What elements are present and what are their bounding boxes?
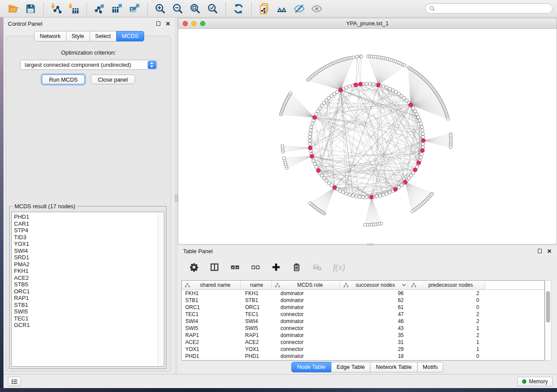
network-node[interactable] <box>361 196 365 199</box>
mcds-result-item[interactable]: ACE2 <box>14 275 164 282</box>
table-row[interactable]: RAP1RAP1dominator352 <box>182 332 544 339</box>
memory-button[interactable]: Memory <box>517 377 553 386</box>
network-node[interactable] <box>345 192 348 196</box>
table-cell[interactable]: 31 <box>340 339 408 345</box>
table-cell[interactable]: SWI5 <box>241 325 272 331</box>
mcds-hub-node[interactable] <box>377 83 381 87</box>
network-node[interactable] <box>311 122 314 126</box>
show-graphics-details-icon[interactable] <box>310 2 323 15</box>
table-row[interactable]: ORC1ORC1dominator610 <box>182 304 544 311</box>
network-node[interactable] <box>421 132 425 136</box>
tab-network-table[interactable]: Network Table <box>370 362 417 372</box>
network-node[interactable] <box>368 82 372 86</box>
table-cell[interactable]: dominator <box>272 353 340 359</box>
network-node[interactable] <box>385 192 388 196</box>
search-box[interactable] <box>425 3 553 14</box>
mcds-hub-node[interactable] <box>354 83 358 87</box>
mcds-hub-node[interactable] <box>422 139 426 143</box>
table-scrollbar-thumb[interactable] <box>546 291 550 323</box>
import-network-icon[interactable] <box>50 2 63 15</box>
table-cell[interactable]: 96 <box>340 290 408 296</box>
mcds-result-item[interactable]: RAP1 <box>14 295 164 302</box>
table-cell[interactable]: PHD1 <box>182 353 241 359</box>
export-network-icon[interactable] <box>93 2 106 15</box>
column-header-name[interactable]: name <box>241 281 272 289</box>
table-cell[interactable]: STB1 <box>182 297 241 303</box>
table-row[interactable]: SWI4SWI4dominator462 <box>182 318 544 325</box>
network-node[interactable] <box>365 82 368 86</box>
table-cell[interactable]: FKH1 <box>182 290 241 296</box>
network-node[interactable] <box>411 210 414 213</box>
mcds-result-item[interactable]: STB1 <box>14 302 164 309</box>
network-node[interactable] <box>315 113 318 116</box>
table-cell[interactable]: dominator <box>272 304 340 310</box>
table-cell[interactable]: FKH1 <box>241 290 272 296</box>
window-maximize-light[interactable] <box>200 21 205 26</box>
mcds-result-item[interactable]: YOX1 <box>14 241 164 248</box>
mcds-result-list[interactable]: PHD1CAR1STP4TID3YOX1SWI4SRD1PMA2FKH1ACE2… <box>11 212 164 367</box>
close-panel-button[interactable]: Close panel <box>91 75 135 84</box>
mcds-result-item[interactable]: TID3 <box>14 234 164 241</box>
table-cell[interactable]: SWI4 <box>241 318 272 324</box>
mcds-result-item[interactable]: STP4 <box>14 227 164 234</box>
table-cell[interactable]: dominator <box>272 290 340 296</box>
criterion-dropdown[interactable]: largest connected component (undirected) <box>20 60 157 70</box>
table-cell[interactable]: dominator <box>272 332 340 338</box>
tab-motifs[interactable]: Motifs <box>417 362 443 372</box>
network-node[interactable] <box>415 113 419 116</box>
network-node[interactable] <box>342 191 345 194</box>
table-cell[interactable]: connector <box>272 311 340 317</box>
network-node[interactable] <box>418 119 422 122</box>
table-cell[interactable]: STB1 <box>241 297 272 303</box>
mcds-hub-node[interactable] <box>308 146 312 150</box>
network-node[interactable] <box>422 142 425 146</box>
mcds-result-item[interactable]: PHD1 <box>14 213 164 220</box>
tab-network[interactable]: Network <box>34 31 66 41</box>
run-mcds-button[interactable]: Run MCDS <box>42 75 85 84</box>
tab-select[interactable]: Select <box>90 31 117 41</box>
network-node[interactable] <box>313 162 317 166</box>
column-header-successor-nodes[interactable]: successor nodes <box>340 281 408 289</box>
network-node[interactable] <box>382 85 385 88</box>
zoom-out-icon[interactable] <box>171 2 184 15</box>
window-minimize-light[interactable] <box>191 21 197 26</box>
close-panel-icon[interactable]: ✕ <box>166 21 170 27</box>
network-node[interactable] <box>403 64 406 67</box>
splitter-grip[interactable] <box>175 195 178 202</box>
mcds-hub-node[interactable] <box>316 169 320 173</box>
mcds-result-item[interactable]: FKH1 <box>14 268 164 275</box>
table-cell[interactable]: RAP1 <box>182 332 241 338</box>
network-node[interactable] <box>388 191 392 194</box>
tab-edge-table[interactable]: Edge Table <box>331 362 370 372</box>
table-settings-gear-icon[interactable] <box>189 262 199 272</box>
network-node[interactable] <box>356 55 359 58</box>
vertical-splitter[interactable] <box>175 18 178 374</box>
table-cell[interactable]: dominator <box>272 318 340 324</box>
table-row[interactable]: SWI5SWI5connector431 <box>182 325 544 332</box>
network-node[interactable] <box>315 165 318 169</box>
network-node[interactable] <box>308 135 311 139</box>
table-cell[interactable]: connector <box>272 325 340 331</box>
tab-style[interactable]: Style <box>66 31 90 41</box>
network-node[interactable] <box>382 193 385 196</box>
table-cell[interactable]: 2 <box>408 332 485 338</box>
table-cell[interactable]: 18 <box>340 353 408 359</box>
network-node[interactable] <box>281 144 284 147</box>
table-cell[interactable]: TEC1 <box>182 311 241 317</box>
column-header-predecessor-nodes[interactable]: predecessor nodes <box>408 281 485 289</box>
select-all-columns-icon[interactable] <box>230 262 240 272</box>
mcds-hub-node[interactable] <box>417 161 421 165</box>
table-cell[interactable]: 2 <box>408 290 485 296</box>
table-cell[interactable]: dominator <box>272 297 340 303</box>
network-node[interactable] <box>378 194 382 197</box>
table-cell[interactable]: ORC1 <box>182 304 241 310</box>
table-cell[interactable]: 0 <box>408 353 485 359</box>
table-row[interactable]: ACE2ACE2connector311 <box>182 339 544 346</box>
window-close-light[interactable] <box>183 21 188 26</box>
save-session-icon[interactable] <box>24 2 37 15</box>
tab-node-table[interactable]: Node Table <box>291 362 332 372</box>
unselect-all-columns-icon[interactable] <box>251 262 260 272</box>
table-cell[interactable]: TEC1 <box>241 311 272 317</box>
network-canvas[interactable] <box>178 29 557 244</box>
export-image-icon[interactable] <box>128 2 141 15</box>
